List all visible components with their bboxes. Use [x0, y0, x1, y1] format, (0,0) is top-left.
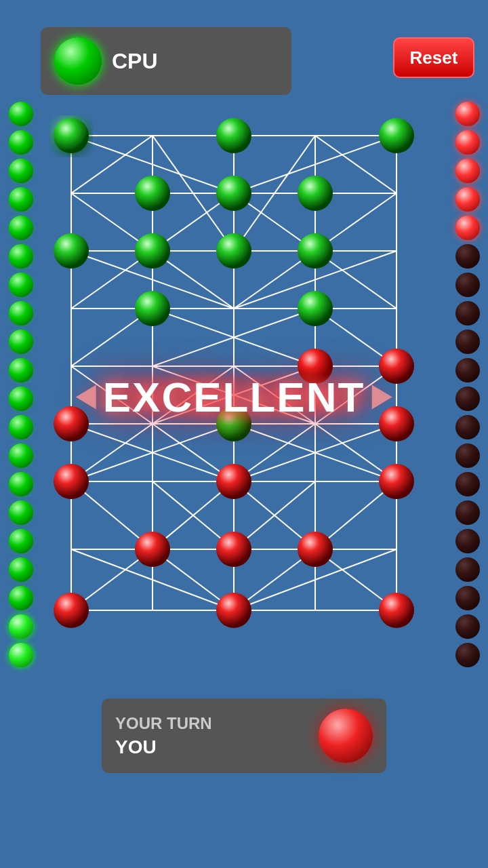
left-sidebar-orb — [9, 472, 33, 496]
cpu-panel: CPU — [41, 27, 291, 95]
piece-green — [216, 406, 251, 441]
right-sidebar-orb — [455, 472, 480, 496]
piece-red — [54, 406, 89, 441]
left-sidebar-orb — [9, 102, 33, 126]
right-sidebar-orb — [455, 187, 480, 212]
right-sidebar-orb — [455, 557, 480, 582]
left-sidebar-orb — [9, 187, 33, 212]
left-sidebar-orb — [9, 415, 33, 439]
left-sidebar — [5, 102, 36, 667]
piece-red — [216, 532, 251, 567]
game-board[interactable]: EXCELLENT — [44, 115, 424, 678]
left-sidebar-orb — [9, 529, 33, 553]
piece-red — [379, 464, 414, 499]
right-sidebar-orb — [455, 586, 480, 610]
piece-red — [379, 349, 414, 384]
piece-green — [298, 176, 333, 211]
left-sidebar-orb — [9, 358, 33, 382]
right-sidebar-orb — [455, 614, 480, 639]
your-turn-label: YOUR TURN — [115, 714, 212, 733]
right-sidebar-orb — [455, 529, 480, 553]
right-sidebar-orb — [455, 330, 480, 354]
piece-red — [216, 593, 251, 628]
piece-green — [54, 233, 89, 269]
piece-green — [216, 118, 251, 153]
left-sidebar-orb — [9, 273, 33, 297]
piece-red — [54, 464, 89, 499]
piece-green — [135, 176, 170, 211]
left-sidebar-orb — [9, 500, 33, 525]
your-turn-text-area: YOUR TURN YOU — [115, 714, 212, 758]
left-sidebar-orb — [9, 443, 33, 468]
right-sidebar-orb — [455, 130, 480, 155]
reset-button[interactable]: Reset — [393, 37, 474, 78]
player-orb — [319, 709, 373, 763]
piece-green — [54, 118, 89, 153]
piece-red — [54, 593, 89, 628]
left-sidebar-orb — [9, 557, 33, 582]
piece-red — [379, 406, 414, 441]
piece-green — [135, 233, 170, 269]
piece-green — [298, 233, 333, 269]
left-sidebar-orb — [9, 130, 33, 155]
piece-red — [298, 532, 333, 567]
piece-red — [379, 593, 414, 628]
piece-red — [216, 464, 251, 499]
left-sidebar-orb — [9, 244, 33, 269]
right-sidebar-orb — [455, 500, 480, 525]
right-sidebar-orb — [455, 387, 480, 411]
piece-red — [298, 349, 333, 384]
piece-green — [298, 291, 333, 326]
right-sidebar-orb — [455, 244, 480, 269]
left-sidebar-orb — [9, 159, 33, 183]
piece-red — [135, 532, 170, 567]
right-sidebar-orb — [455, 301, 480, 326]
right-sidebar-orb — [455, 358, 480, 382]
cpu-orb — [54, 37, 102, 85]
right-sidebar-orb — [455, 216, 480, 240]
piece-green — [216, 233, 251, 269]
piece-green — [135, 291, 170, 326]
right-sidebar-orb — [455, 273, 480, 297]
left-sidebar-orb — [9, 301, 33, 326]
right-sidebar — [452, 102, 483, 667]
left-sidebar-orb — [9, 643, 33, 667]
piece-green — [216, 176, 251, 211]
cpu-label: CPU — [112, 49, 158, 74]
right-sidebar-orb — [455, 102, 480, 126]
your-turn-panel: YOUR TURN YOU — [102, 698, 386, 773]
you-label: YOU — [115, 736, 212, 758]
right-sidebar-orb — [455, 415, 480, 439]
piece-green — [379, 118, 414, 153]
right-sidebar-orb — [455, 159, 480, 183]
right-sidebar-orb — [455, 643, 480, 667]
left-sidebar-orb — [9, 216, 33, 240]
left-sidebar-orb — [9, 614, 33, 639]
left-sidebar-orb — [9, 387, 33, 411]
left-sidebar-orb — [9, 330, 33, 354]
right-sidebar-orb — [455, 443, 480, 468]
left-sidebar-orb — [9, 586, 33, 610]
